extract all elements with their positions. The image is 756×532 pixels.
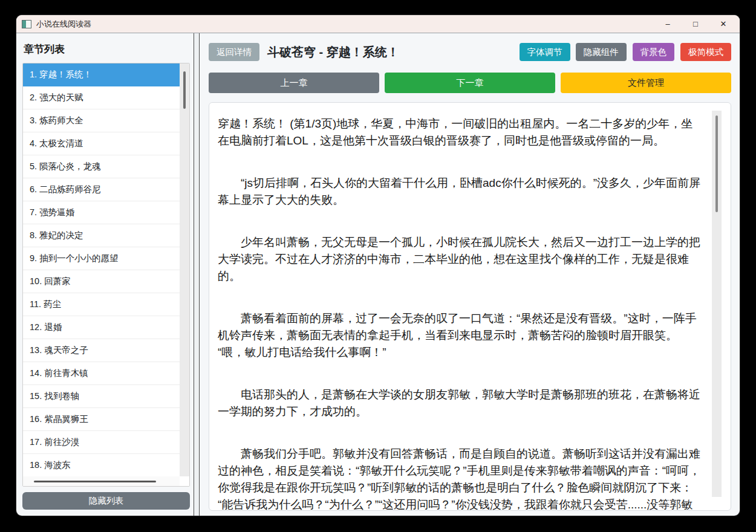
- chapter-text: 穿越！系统！ (第1/3页)地球，华夏，中海市，一间破旧的出租屋内。一名二十多岁…: [209, 103, 702, 510]
- paragraph: 萧畅看着面前的屏幕，过了一会无奈的叹了一口气道：“果然还是没有晋级。”这时，一阵…: [218, 310, 702, 361]
- minimize-button[interactable]: –: [657, 18, 678, 30]
- next-chapter-button[interactable]: 下一章: [385, 73, 555, 93]
- chapter-sidebar: 章节列表 1. 穿越！系统！ 2. 强大的天赋 3. 炼药师大全 4. 太极玄清…: [16, 33, 194, 516]
- hide-list-button[interactable]: 隐藏列表: [22, 492, 190, 510]
- chapter-list-vertical-scrollbar-thumb[interactable]: [183, 71, 186, 109]
- chapter-item-17[interactable]: 17. 前往沙漠: [23, 431, 180, 454]
- chapter-item-2[interactable]: 2. 强大的天赋: [23, 86, 180, 109]
- chapter-item-18[interactable]: 18. 海波东: [23, 454, 180, 476]
- close-button[interactable]: ✕: [713, 18, 734, 30]
- chapter-item-5[interactable]: 5. 陨落心炎，龙魂: [23, 155, 180, 178]
- chapter-item-13[interactable]: 13. 魂天帝之子: [23, 339, 180, 362]
- book-title: 斗破苍穹 - 穿越！系统！: [267, 44, 515, 60]
- minimal-mode-button[interactable]: 极简模式: [680, 43, 731, 61]
- chapter-item-15[interactable]: 15. 找到卷轴: [23, 385, 180, 408]
- chapter-list-title: 章节列表: [24, 42, 190, 56]
- paragraph: 少年名叫萧畅，无父无母是一个孤儿，小时候在孤儿院长大，然后又一边打工一边上学的把…: [218, 234, 702, 285]
- reader-panel: 穿越！系统！ (第1/3页)地球，华夏，中海市，一间破旧的出租屋内。一名二十多岁…: [209, 102, 731, 511]
- chapter-list-panel: 1. 穿越！系统！ 2. 强大的天赋 3. 炼药师大全 4. 太极玄清道 5. …: [22, 63, 190, 487]
- chapter-list-vertical-scrollbar[interactable]: [180, 63, 189, 476]
- window-title: 小说在线阅读器: [36, 19, 650, 30]
- chapter-item-6[interactable]: 6. 二品炼药师谷尼: [23, 178, 180, 201]
- chapter-item-11[interactable]: 11. 药尘: [23, 293, 180, 316]
- reader-vertical-scrollbar[interactable]: [712, 111, 722, 497]
- chapter-item-3[interactable]: 3. 炼药师大全: [23, 109, 180, 132]
- background-color-button[interactable]: 背景色: [633, 43, 675, 61]
- paragraph: 电话那头的人，是萧畅在大学谈的女朋友郭敏，郭敏大学时是萧畅那班的班花，在萧畅将近…: [218, 386, 702, 420]
- reader-vertical-scrollbar-thumb[interactable]: [715, 115, 718, 212]
- reader-main: 返回详情 斗破苍穹 - 穿越！系统！ 字体调节 隐藏组件 背景色 极简模式 上一…: [200, 33, 740, 516]
- chapter-item-8[interactable]: 8. 雅妃的决定: [23, 224, 180, 247]
- font-adjust-button[interactable]: 字体调节: [520, 43, 570, 61]
- prev-chapter-button[interactable]: 上一章: [209, 73, 379, 93]
- chapter-item-10[interactable]: 10. 回萧家: [23, 270, 180, 293]
- panel-splitter[interactable]: [194, 33, 200, 516]
- paragraph: 萧畅我们分手吧。郭敏并没有回答萧畅话，而是自顾自的说道。萧畅听到这话并没有漏出难…: [218, 446, 702, 510]
- titlebar: 小说在线阅读器 – □ ✕: [16, 15, 740, 33]
- chapter-item-1[interactable]: 1. 穿越！系统！: [23, 63, 180, 86]
- chapter-list-horizontal-scrollbar[interactable]: [23, 476, 180, 486]
- chapter-item-14[interactable]: 14. 前往青木镇: [23, 362, 180, 385]
- chapter-item-16[interactable]: 16. 紫晶翼狮王: [23, 408, 180, 431]
- chapter-list: 1. 穿越！系统！ 2. 强大的天赋 3. 炼药师大全 4. 太极玄清道 5. …: [23, 63, 180, 476]
- chapter-item-12[interactable]: 12. 退婚: [23, 316, 180, 339]
- paragraph: “js切后排啊，石头人你的大留着干什么用，卧槽adc你什么时候死的。”没多久，少…: [218, 175, 702, 209]
- app-icon: [22, 20, 31, 28]
- file-manager-button[interactable]: 文件管理: [561, 73, 731, 93]
- chapter-nav: 上一章 下一章 文件管理: [209, 73, 731, 93]
- content-area: 章节列表 1. 穿越！系统！ 2. 强大的天赋 3. 炼药师大全 4. 太极玄清…: [16, 33, 740, 516]
- hide-components-button[interactable]: 隐藏组件: [576, 43, 627, 61]
- chapter-list-horizontal-scrollbar-thumb[interactable]: [34, 481, 156, 482]
- back-to-details-button[interactable]: 返回详情: [209, 43, 259, 61]
- chapter-item-7[interactable]: 7. 强势逼婚: [23, 201, 180, 224]
- chapter-item-9[interactable]: 9. 抽到一个小小的愿望: [23, 247, 180, 270]
- maximize-button[interactable]: □: [685, 18, 706, 30]
- chapter-item-4[interactable]: 4. 太极玄清道: [23, 132, 180, 155]
- app-window: 小说在线阅读器 – □ ✕ 章节列表 1. 穿越！系统！ 2. 强大的天赋 3.…: [16, 15, 740, 516]
- reader-toolbar: 返回详情 斗破苍穹 - 穿越！系统！ 字体调节 隐藏组件 背景色 极简模式: [209, 43, 731, 61]
- scrollbar-corner: [180, 476, 189, 486]
- paragraph: 穿越！系统！ (第1/3页)地球，华夏，中海市，一间破旧的出租屋内。一名二十多岁…: [218, 115, 702, 149]
